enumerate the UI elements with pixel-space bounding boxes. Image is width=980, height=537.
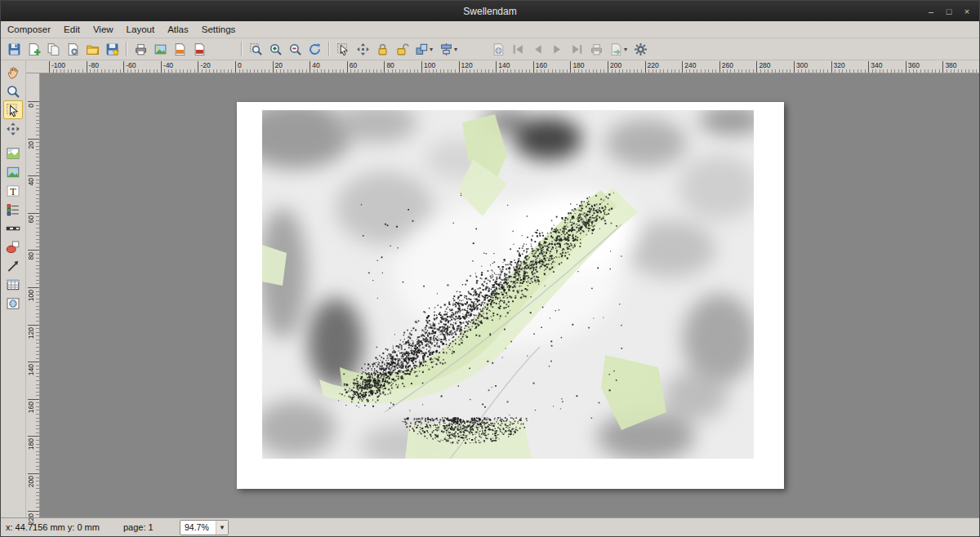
raise-items-icon: [415, 42, 429, 56]
v-ruler-label: 120: [27, 327, 35, 339]
h-ruler-label: -20: [200, 61, 210, 69]
raise-selected-items-button[interactable]: [412, 40, 430, 58]
toolbar-separator: [126, 42, 127, 56]
maximize-button[interactable]: □: [942, 5, 956, 18]
close-button[interactable]: ×: [960, 5, 974, 18]
add-arrow-button[interactable]: [3, 256, 23, 275]
first-feature-button[interactable]: [509, 40, 527, 58]
menu-edit[interactable]: Edit: [57, 23, 87, 36]
h-ruler-label: 20: [275, 61, 283, 69]
zoom-tool-button[interactable]: [3, 82, 23, 100]
map-item[interactable]: [262, 110, 754, 459]
lock-icon: [376, 42, 390, 56]
align-items-icon: [439, 42, 453, 56]
zoom-in-button[interactable]: [266, 40, 284, 58]
menu-layout[interactable]: Layout: [120, 23, 162, 36]
menu-view[interactable]: View: [87, 23, 120, 36]
h-ruler-label: 340: [871, 61, 882, 69]
previous-feature-button[interactable]: [528, 40, 546, 58]
h-ruler-label: 140: [498, 61, 510, 69]
add-map-icon: [6, 146, 20, 161]
next-feature-button[interactable]: [548, 40, 566, 58]
pan-hand-icon: [6, 65, 20, 80]
dropdown-arrow-icon[interactable]: ▾: [624, 46, 630, 53]
add-basic-shape-button[interactable]: [3, 237, 23, 256]
zoom-full-button[interactable]: [247, 40, 265, 58]
horizontal-ruler: -100-80-60-40-20020406080100120140160180…: [26, 60, 979, 73]
composer-manager-icon: [66, 42, 80, 56]
menu-composer[interactable]: Composer: [1, 23, 57, 36]
select-move-item-tool-button[interactable]: [3, 100, 23, 119]
chevron-down-icon[interactable]: ▼: [216, 521, 228, 535]
save-as-template-button[interactable]: [103, 40, 121, 58]
window-controls: – □ ×: [924, 5, 979, 18]
menu-settings[interactable]: Settings: [195, 23, 243, 36]
export-as-svg-icon: [173, 42, 187, 56]
export-atlas-button[interactable]: [607, 40, 625, 58]
export-as-image-button[interactable]: [151, 40, 169, 58]
composition-page[interactable]: [237, 102, 784, 489]
print-atlas-button[interactable]: [587, 40, 605, 58]
add-html-icon: [6, 296, 20, 311]
menu-atlas[interactable]: Atlas: [161, 23, 195, 36]
add-html-frame-button[interactable]: [3, 294, 23, 313]
svg-text:T: T: [10, 185, 16, 197]
atlas-settings-button[interactable]: [631, 40, 649, 58]
h-ruler-label: 280: [759, 61, 770, 69]
pan-composer-button[interactable]: [3, 63, 23, 82]
load-from-template-button[interactable]: [83, 40, 101, 58]
minimize-button[interactable]: –: [924, 5, 938, 18]
last-feature-button[interactable]: [568, 40, 586, 58]
move-item-content-tool-button[interactable]: [3, 119, 23, 138]
refresh-view-button[interactable]: [305, 40, 323, 58]
h-ruler-label: 260: [722, 61, 733, 69]
new-composer-button[interactable]: [24, 40, 42, 58]
save-project-button[interactable]: [5, 40, 23, 58]
h-ruler-label: -60: [126, 61, 136, 69]
add-attribute-table-button[interactable]: [3, 275, 23, 294]
preview-atlas-icon: [492, 42, 506, 56]
h-ruler-label: 40: [312, 61, 319, 69]
zoom-level-select[interactable]: 94.7% ▼: [180, 520, 229, 535]
add-legend-icon: [6, 202, 20, 217]
h-ruler-label: 320: [834, 61, 845, 69]
print-button[interactable]: [131, 40, 149, 58]
dropdown-arrow-icon[interactable]: ▾: [454, 46, 461, 53]
vertical-ruler: 020406080100120140160180200220: [26, 73, 40, 517]
last-feature-icon: [570, 42, 584, 56]
align-selected-items-button[interactable]: [437, 40, 455, 58]
composition-canvas[interactable]: [40, 73, 979, 517]
h-ruler-label: 300: [796, 61, 808, 69]
lock-selected-items-button[interactable]: [373, 40, 391, 58]
add-legend-button[interactable]: [3, 200, 23, 219]
add-new-map-button[interactable]: [3, 144, 23, 162]
h-ruler-label: 200: [610, 61, 621, 69]
h-ruler-label: 240: [684, 61, 696, 69]
composer-manager-button[interactable]: [64, 40, 82, 58]
h-ruler-label: 0: [238, 61, 242, 69]
export-atlas-icon: [609, 42, 623, 56]
add-image-button[interactable]: [3, 162, 23, 181]
move-item-content-button[interactable]: [354, 40, 372, 58]
select-move-item-button[interactable]: [334, 40, 352, 58]
v-ruler-label: 100: [27, 290, 35, 301]
h-ruler-label: 360: [908, 61, 920, 69]
add-new-label-button[interactable]: T: [3, 181, 23, 200]
work-area: T -100-80-60-40-200204060801001201401601…: [1, 60, 979, 517]
unlock-all-button[interactable]: [393, 40, 411, 58]
export-as-pdf-button[interactable]: [190, 40, 208, 58]
h-ruler-label: -100: [51, 61, 65, 69]
v-ruler-label: 60: [27, 215, 35, 223]
duplicate-composer-button[interactable]: [44, 40, 62, 58]
h-ruler-label: 100: [424, 61, 435, 69]
preview-atlas-button[interactable]: [489, 40, 507, 58]
export-as-svg-button[interactable]: [171, 40, 189, 58]
v-ruler-label: 0: [27, 104, 35, 108]
zoom-out-button[interactable]: [286, 40, 304, 58]
print-atlas-icon: [590, 42, 604, 56]
add-scalebar-button[interactable]: [3, 219, 23, 237]
page-indicator: page: 1: [123, 522, 168, 532]
first-feature-icon: [511, 42, 525, 56]
dropdown-arrow-icon[interactable]: ▾: [430, 46, 436, 53]
refresh-view-icon: [308, 42, 322, 56]
